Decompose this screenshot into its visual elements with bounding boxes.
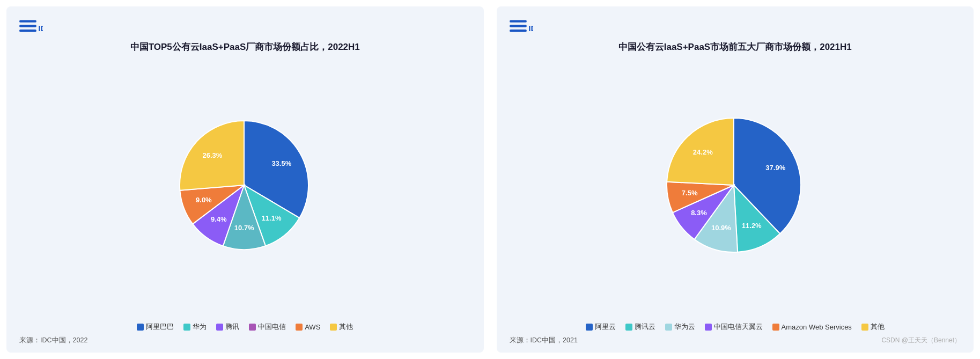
legend-item: 中国电信: [249, 322, 286, 332]
legend-item: Amazon Web Services: [772, 322, 852, 332]
legend-label: 中国电信: [258, 322, 286, 332]
svg-text:37.9%: 37.9%: [766, 164, 786, 172]
svg-rect-2: [19, 30, 36, 32]
legend-label: 华为: [193, 322, 207, 332]
legend-item: 阿里云: [586, 322, 616, 332]
legend-color: [296, 324, 303, 331]
legend-color: [586, 324, 593, 331]
svg-rect-10: [510, 20, 527, 22]
legend-item: 其他: [330, 322, 353, 332]
idc-logo-svg-2: IDC: [510, 16, 533, 36]
legend-color: [249, 324, 256, 331]
legend-color: [216, 324, 223, 331]
legend-label: AWS: [305, 323, 320, 331]
legend-color: [665, 324, 672, 331]
idc-logo-1: IDC: [19, 16, 471, 36]
pie-wrap-1: 33.5%11.1%10.7%9.4%9.0%26.3%: [165, 56, 326, 319]
svg-text:24.2%: 24.2%: [693, 148, 713, 156]
legend-item: 其他: [861, 322, 885, 332]
svg-text:10.9%: 10.9%: [711, 224, 731, 232]
legend-color: [772, 324, 779, 331]
legend-label: 中国电信天翼云: [714, 322, 763, 332]
legend-label: 其他: [339, 322, 353, 332]
panel-1: IDC 中国TOP5公有云IaaS+PaaS厂商市场份额占比，2022H1 33…: [6, 6, 484, 353]
legend-label: 其他: [871, 322, 885, 332]
legend-color: [137, 324, 144, 331]
legend-label: 华为云: [674, 322, 695, 332]
legend-label: 阿里云: [595, 322, 616, 332]
svg-text:9.4%: 9.4%: [211, 215, 227, 223]
legend-label: Amazon Web Services: [782, 323, 852, 331]
chart-area-2: 37.9%11.2%10.9%8.3%7.5%24.2% 阿里云腾讯云华为云中国…: [510, 56, 961, 332]
legend-label: 阿里巴巴: [146, 322, 174, 332]
svg-rect-12: [510, 30, 527, 32]
svg-text:IDC: IDC: [38, 24, 43, 33]
legend-label: 腾讯云: [635, 322, 655, 332]
svg-text:11.1%: 11.1%: [261, 214, 281, 222]
svg-rect-1: [19, 25, 36, 27]
chart-area-1: 33.5%11.1%10.7%9.4%9.0%26.3% 阿里巴巴华为腾讯中国电…: [19, 56, 471, 332]
pie-wrap-2: 37.9%11.2%10.9%8.3%7.5%24.2%: [649, 56, 821, 319]
legend-item: 中国电信天翼云: [705, 322, 763, 332]
pie-chart-1: 33.5%11.1%10.7%9.4%9.0%26.3%: [165, 113, 326, 263]
legend-color: [705, 324, 712, 331]
svg-text:8.3%: 8.3%: [691, 209, 707, 217]
svg-text:26.3%: 26.3%: [202, 151, 222, 159]
legend-item: AWS: [296, 322, 320, 332]
svg-text:IDC: IDC: [528, 24, 533, 33]
idc-logo-2: IDC: [510, 16, 961, 36]
svg-text:10.7%: 10.7%: [234, 223, 254, 231]
pie-chart-2: 37.9%11.2%10.9%8.3%7.5%24.2%: [649, 111, 821, 264]
svg-text:33.5%: 33.5%: [271, 159, 291, 167]
panel-2: IDC 中国公有云IaaS+PaaS市场前五大厂商市场份额，2021H1 37.…: [497, 6, 974, 353]
legend-item: 腾讯云: [625, 322, 655, 332]
svg-rect-11: [510, 25, 527, 27]
svg-text:9.0%: 9.0%: [196, 196, 212, 204]
legend-1: 阿里巴巴华为腾讯中国电信AWS其他: [137, 322, 353, 332]
source-1: 来源：IDC中国，2022: [19, 336, 471, 345]
legend-item: 阿里巴巴: [137, 322, 174, 332]
svg-text:7.5%: 7.5%: [682, 189, 698, 197]
legend-color: [330, 324, 337, 331]
legend-2: 阿里云腾讯云华为云中国电信天翼云Amazon Web Services其他: [586, 322, 885, 332]
legend-item: 华为云: [665, 322, 695, 332]
legend-item: 华为: [183, 322, 207, 332]
idc-logo-svg-1: IDC: [19, 16, 43, 36]
watermark: CSDN @王天天（Bennet）: [881, 336, 961, 345]
legend-color: [183, 324, 190, 331]
legend-item: 腾讯: [216, 322, 239, 332]
legend-color: [861, 324, 868, 331]
svg-text:11.2%: 11.2%: [742, 222, 762, 230]
legend-color: [625, 324, 632, 331]
panel-1-title: 中国TOP5公有云IaaS+PaaS厂商市场份额占比，2022H1: [19, 41, 471, 53]
legend-label: 腾讯: [225, 322, 239, 332]
panel-2-title: 中国公有云IaaS+PaaS市场前五大厂商市场份额，2021H1: [510, 41, 961, 53]
svg-rect-0: [19, 20, 36, 22]
